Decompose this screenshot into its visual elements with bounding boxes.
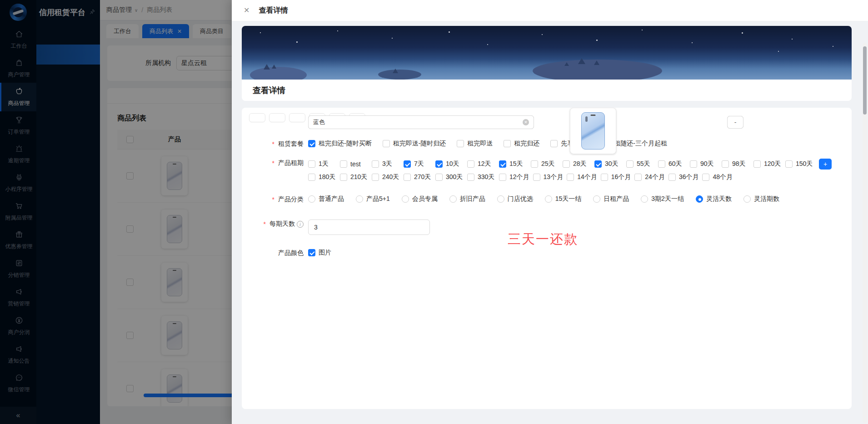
checkbox[interactable] bbox=[340, 160, 347, 168]
checkbox[interactable] bbox=[785, 160, 793, 168]
checkbox[interactable] bbox=[533, 174, 540, 181]
term-checkbox[interactable]: 15天 bbox=[499, 160, 527, 168]
color-image-card[interactable] bbox=[570, 108, 616, 154]
term-checkbox[interactable]: 120天 bbox=[753, 160, 782, 168]
color-name-input[interactable]: 蓝色 ✕ bbox=[308, 115, 534, 129]
term-checkbox[interactable]: test bbox=[340, 160, 368, 168]
checkbox[interactable] bbox=[435, 160, 443, 168]
checkbox[interactable] bbox=[690, 160, 697, 168]
term-checkbox[interactable]: 16个月 bbox=[601, 173, 631, 181]
category-radio[interactable]: 3期2天一结 bbox=[641, 195, 684, 203]
term-checkbox[interactable]: 180天 bbox=[308, 173, 336, 181]
term-checkbox[interactable]: 25天 bbox=[531, 160, 559, 168]
checkbox[interactable] bbox=[594, 160, 602, 168]
info-icon[interactable]: i bbox=[297, 221, 304, 228]
term-checkbox[interactable]: 55天 bbox=[626, 160, 654, 168]
checkbox[interactable] bbox=[668, 174, 676, 181]
days-input[interactable]: 3 bbox=[308, 219, 430, 235]
detail-tab[interactable] bbox=[249, 113, 265, 122]
term-options-line2: 180天 210天 240天 270天 bbox=[308, 173, 832, 181]
detail-tab[interactable] bbox=[289, 113, 305, 122]
checkbox[interactable] bbox=[499, 160, 506, 168]
checkbox[interactable] bbox=[467, 160, 474, 168]
sales-info-panel: 租赁套餐 租完归还-随时买断 租完即送-随时归还 租完即送 bbox=[242, 108, 852, 409]
checkbox[interactable] bbox=[601, 174, 608, 181]
term-checkbox[interactable]: 270天 bbox=[404, 173, 432, 181]
radio[interactable] bbox=[356, 195, 363, 203]
category-row: 产品分类 普通产品 产品5+1 会员专属 bbox=[249, 195, 844, 204]
term-checkbox[interactable]: 28天 bbox=[563, 160, 591, 168]
checkbox[interactable] bbox=[404, 174, 411, 181]
category-radio[interactable]: 灵活天数 bbox=[696, 195, 732, 203]
checkbox[interactable] bbox=[634, 174, 642, 181]
category-radio[interactable]: 门店优选 bbox=[497, 195, 533, 203]
checkbox[interactable] bbox=[372, 160, 379, 168]
checkbox[interactable] bbox=[372, 174, 379, 181]
radio[interactable] bbox=[545, 195, 552, 203]
radio[interactable] bbox=[743, 195, 751, 203]
category-radio[interactable]: 日租产品 bbox=[593, 195, 629, 203]
checkbox[interactable] bbox=[308, 160, 315, 168]
category-radio[interactable]: 会员专属 bbox=[402, 195, 438, 203]
checkbox[interactable] bbox=[658, 160, 665, 168]
term-checkbox[interactable]: 300天 bbox=[435, 173, 464, 181]
term-checkbox[interactable]: 13个月 bbox=[533, 173, 564, 181]
term-checkbox[interactable]: 12个月 bbox=[499, 173, 529, 181]
term-checkbox[interactable]: 150天 bbox=[785, 160, 813, 168]
category-label: 产品分类 bbox=[249, 195, 304, 204]
term-checkbox[interactable]: 36个月 bbox=[668, 173, 699, 181]
term-checkbox[interactable]: 14个月 bbox=[567, 173, 597, 181]
category-radio[interactable]: 折旧产品 bbox=[449, 195, 485, 203]
detail-tab[interactable] bbox=[269, 113, 285, 122]
term-checkbox[interactable]: 3天 bbox=[372, 160, 400, 168]
category-radio[interactable]: 普通产品 bbox=[308, 195, 344, 203]
term-checkbox[interactable]: 24个月 bbox=[634, 173, 665, 181]
radio[interactable] bbox=[641, 195, 648, 203]
term-checkbox[interactable]: 60天 bbox=[658, 160, 686, 168]
checkbox[interactable] bbox=[467, 174, 474, 181]
checkbox[interactable] bbox=[308, 174, 315, 181]
checkbox[interactable] bbox=[722, 160, 729, 168]
checkbox[interactable] bbox=[531, 160, 538, 168]
checkbox[interactable] bbox=[340, 174, 347, 181]
category-radio[interactable]: 灵活期数 bbox=[743, 195, 779, 203]
clear-icon[interactable]: ✕ bbox=[523, 119, 529, 125]
checkbox[interactable] bbox=[435, 174, 443, 181]
radio[interactable] bbox=[497, 195, 504, 203]
close-icon[interactable]: ✕ bbox=[244, 7, 249, 14]
checkbox[interactable] bbox=[404, 160, 411, 168]
term-checkbox[interactable]: 210天 bbox=[340, 173, 368, 181]
term-checkbox[interactable]: 98天 bbox=[722, 160, 750, 168]
annotation-note: 三天一还款 bbox=[508, 230, 578, 249]
term-checkbox[interactable]: 12天 bbox=[467, 160, 495, 168]
color-image-checkbox[interactable]: 图片 bbox=[308, 249, 331, 257]
checkbox[interactable] bbox=[702, 174, 709, 181]
radio[interactable] bbox=[593, 195, 600, 203]
term-checkbox[interactable]: 7天 bbox=[404, 160, 432, 168]
checkbox[interactable] bbox=[499, 174, 506, 181]
checkbox[interactable] bbox=[563, 160, 570, 168]
radio[interactable] bbox=[402, 195, 409, 203]
radio[interactable] bbox=[449, 195, 457, 203]
term-checkbox[interactable]: 1天 bbox=[308, 160, 336, 168]
checkbox[interactable] bbox=[626, 160, 634, 168]
term-row: 产品租期 1天 test bbox=[249, 159, 844, 181]
color-row-action-button[interactable]: - bbox=[727, 116, 743, 129]
radio[interactable] bbox=[308, 195, 315, 203]
checkbox[interactable] bbox=[567, 174, 574, 181]
term-checkbox[interactable]: 30天 bbox=[594, 160, 623, 168]
drawer-scrollbar-thumb[interactable] bbox=[863, 46, 867, 115]
term-checkbox[interactable]: 10天 bbox=[435, 160, 464, 168]
term-checkbox[interactable]: 330天 bbox=[467, 173, 495, 181]
drawer-scrollbar-track[interactable] bbox=[863, 43, 867, 423]
checkbox[interactable] bbox=[753, 160, 761, 168]
category-radio[interactable]: 15天一结 bbox=[545, 195, 582, 203]
add-term-button[interactable]: + bbox=[819, 159, 832, 170]
radio[interactable] bbox=[696, 195, 703, 203]
drawer-heading: 查看详情 bbox=[242, 80, 852, 101]
term-checkbox[interactable]: 90天 bbox=[690, 160, 718, 168]
term-checkbox[interactable]: 48个月 bbox=[702, 173, 733, 181]
category-radio[interactable]: 产品5+1 bbox=[356, 195, 390, 203]
checkbox[interactable] bbox=[308, 249, 315, 256]
term-checkbox[interactable]: 240天 bbox=[372, 173, 400, 181]
